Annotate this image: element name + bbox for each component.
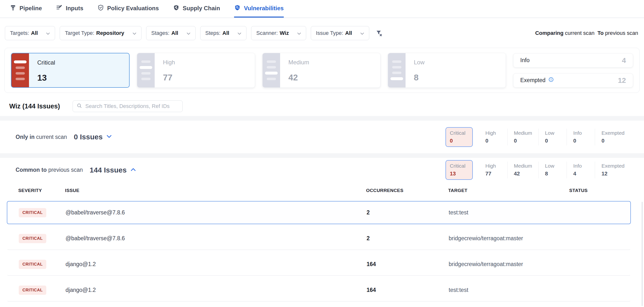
severity-badge: CRITICAL [19, 208, 46, 217]
info-icon [548, 77, 554, 84]
stat-info[interactable]: Info 4 [566, 162, 595, 178]
tab-label: Policy Evaluations [107, 5, 159, 12]
stat-high[interactable]: High 0 [479, 129, 507, 146]
severity-card-label: Low [414, 59, 424, 66]
side-card-label: Info [520, 57, 530, 64]
chevron-up-icon [130, 168, 136, 172]
filter-scanner[interactable]: Scanner:Wiz [251, 26, 306, 40]
severity-card-high[interactable]: High 77 [137, 53, 255, 88]
filter-value: All [172, 30, 178, 36]
filter-label: Steps: [205, 30, 220, 36]
vulnerabilities-icon [234, 4, 241, 12]
table-row[interactable]: CRITICAL django@1.2 164 test:test [7, 278, 631, 302]
filter-value: Wiz [280, 30, 289, 36]
comparison-label: Comparing current scan To previous scan [535, 30, 638, 36]
filter-value: Repository [96, 30, 124, 36]
severity-badge: CRITICAL [19, 234, 46, 243]
severity-card-low[interactable]: Low 8 [388, 53, 506, 88]
filter-label: Targets: [10, 30, 29, 36]
chevron-down-icon [132, 30, 136, 36]
stat-exempted[interactable]: Exempted 0 [595, 129, 631, 146]
comparing-current: current scan [565, 30, 594, 36]
vertical-scrollbar[interactable] [642, 202, 643, 306]
tab-policy-evaluations[interactable]: Policy Evaluations [98, 0, 159, 18]
occurrences-cell: 2 [366, 235, 449, 242]
tab-label: Inputs [66, 5, 83, 12]
supply-chain-icon [173, 4, 180, 12]
stat-high[interactable]: High 77 [479, 162, 507, 178]
stat-low[interactable]: Low 0 [538, 129, 566, 146]
common-to-previous-scan-section: Common to previous scan 144 Issues Criti… [0, 158, 644, 182]
table-row[interactable]: CRITICAL @babel/traverse@7.8.6 2 bridgec… [7, 227, 631, 250]
severity-card-medium[interactable]: Medium 42 [262, 53, 380, 88]
only-in-issues-toggle[interactable]: 0 Issues [74, 133, 112, 141]
severity-card-count: 13 [37, 73, 55, 82]
severity-card-label: High [163, 59, 175, 66]
stat-info[interactable]: Info 0 [566, 129, 595, 146]
chevron-down-icon [46, 30, 50, 36]
stat-medium[interactable]: Medium 42 [507, 162, 538, 178]
chevron-down-icon [106, 135, 112, 139]
column-header-severity: SEVERITY [18, 188, 65, 193]
occurrences-cell: 164 [366, 261, 449, 268]
filter-targets[interactable]: Targets:All [5, 26, 55, 40]
severity-card-label: Medium [288, 59, 309, 66]
filter-issue-type[interactable]: Issue Type:All [311, 26, 369, 40]
stat-low[interactable]: Low 8 [538, 162, 566, 178]
column-header-occurrences: OCCURRENCES [366, 188, 448, 193]
target-cell: bridgecrewio/terragoat:master [449, 261, 570, 268]
severity-card-critical[interactable]: Critical 13 [11, 53, 130, 88]
column-header-issue: ISSUE [65, 188, 366, 193]
occurrences-cell: 164 [366, 287, 449, 293]
issues-count: 144 Issues [90, 166, 127, 174]
stat-exempted[interactable]: Exempted 12 [595, 162, 631, 178]
chevron-down-icon [186, 30, 190, 36]
exempted-card[interactable]: Exempted 12 [513, 73, 633, 88]
issue-cell: @babel/traverse@7.8.6 [66, 235, 366, 242]
filter-target-type[interactable]: Target Type:Repository [60, 26, 142, 40]
pipeline-icon [10, 4, 16, 12]
table-header: SEVERITY ISSUE OCCURRENCES TARGET STATUS [0, 182, 644, 198]
filter-label: Issue Type: [316, 30, 343, 36]
target-cell: test:test [449, 287, 570, 293]
filter-stages[interactable]: Stages:All [146, 26, 196, 40]
tab-label: Vulnerabilities [244, 5, 284, 12]
occurrences-cell: 2 [366, 209, 449, 216]
chevron-down-icon [360, 30, 364, 36]
table-row[interactable]: CRITICAL @babel/traverse@7.8.6 2 test:te… [7, 201, 631, 224]
section-divider [0, 153, 644, 158]
issues-count: 0 Issues [74, 133, 102, 141]
tab-vulnerabilities[interactable]: Vulnerabilities [234, 0, 284, 18]
search-input[interactable] [85, 103, 179, 110]
top-tab-bar: Pipeline Inputs Policy Evaluations Suppl… [0, 0, 644, 18]
section-label: Only in current scan [16, 134, 67, 140]
severity-badge: CRITICAL [19, 260, 46, 269]
comparing-previous: previous scan [605, 30, 638, 36]
severity-bars-icon [388, 53, 406, 88]
inputs-icon [56, 4, 62, 12]
severity-card-count: 8 [414, 72, 424, 82]
severity-bars-icon [12, 53, 29, 87]
side-card-count: 4 [622, 56, 626, 64]
issues-table: CRITICAL @babel/traverse@7.8.6 2 test:te… [7, 201, 631, 302]
stat-critical[interactable]: Critical 0 [446, 127, 473, 147]
tab-label: Supply Chain [183, 5, 220, 12]
filter-steps[interactable]: Steps:All [200, 26, 247, 40]
chevron-down-icon [297, 30, 301, 36]
tab-pipeline[interactable]: Pipeline [10, 0, 42, 18]
severity-bars-icon [262, 53, 280, 88]
target-cell: test:test [449, 209, 570, 216]
common-issues-toggle[interactable]: 144 Issues [90, 166, 136, 174]
tab-supply-chain[interactable]: Supply Chain [173, 0, 220, 18]
table-row[interactable]: CRITICAL django@1.2 164 bridgecrewio/ter… [7, 253, 631, 276]
severity-card-count: 77 [163, 72, 175, 82]
tab-label: Pipeline [20, 5, 42, 12]
clear-filters-icon[interactable] [375, 30, 383, 37]
issue-cell: @babel/traverse@7.8.6 [66, 209, 366, 216]
stat-critical[interactable]: Critical 13 [446, 160, 473, 180]
info-card[interactable]: Info 4 [513, 53, 633, 68]
tab-inputs[interactable]: Inputs [56, 0, 83, 18]
vulnerabilities-page: Pipeline Inputs Policy Evaluations Suppl… [0, 0, 644, 307]
stat-medium[interactable]: Medium 0 [507, 129, 538, 146]
filter-value: All [31, 30, 38, 36]
